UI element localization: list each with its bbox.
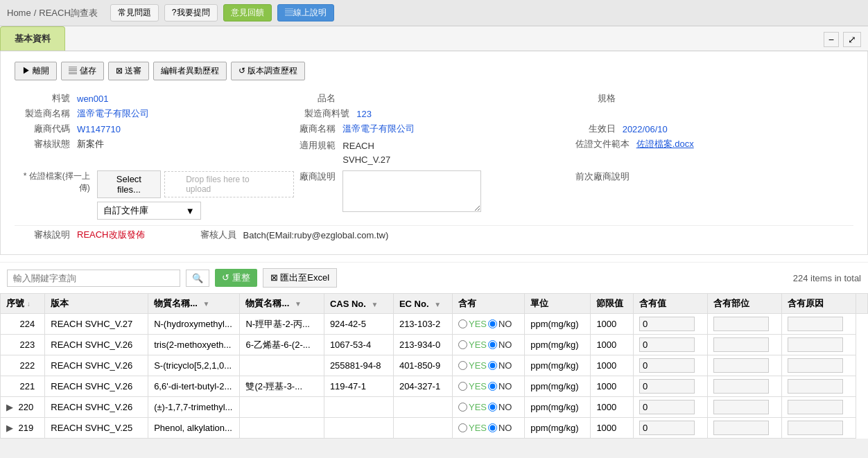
no-radio[interactable] [488, 361, 497, 370]
廠商代碼-label: 廠商代碼 [15, 123, 77, 135]
export-excel-button[interactable]: ⊠ 匯出至Excel [263, 268, 337, 288]
yes-radio[interactable] [458, 382, 467, 391]
select-files-button[interactable]: Select files... [97, 170, 162, 198]
custom-library-dropdown[interactable]: 自訂文件庫 ▼ [97, 202, 201, 220]
col-seq-label: 序號 [6, 298, 24, 308]
審核說明-label: 審核說明 [15, 229, 77, 241]
seq-sort-icon[interactable]: ↓ [27, 300, 31, 308]
amount-input[interactable] [639, 379, 695, 394]
cell-unit: ppm(mg/kg) [525, 397, 591, 418]
yes-label: YES [469, 360, 487, 371]
table-row: 223 REACH SVHC_V.26 tris(2-methoxyeth...… [1, 335, 868, 355]
cell-substance-zh [240, 397, 324, 418]
no-radio[interactable] [488, 340, 497, 349]
廠商說明-textarea[interactable] [342, 170, 481, 212]
leave-button[interactable]: ▶ 離開 [15, 62, 57, 80]
feedback-button[interactable]: 意見回饋 [223, 4, 272, 21]
reason-input[interactable] [788, 358, 843, 373]
version-history-button[interactable]: ↺ 版本調查歷程 [231, 62, 305, 80]
minimize-button[interactable]: − [824, 32, 839, 47]
submit-button[interactable]: ⊠ 送審 [108, 62, 149, 80]
custom-library-label: 自訂文件庫 [103, 204, 148, 217]
basic-info-tab[interactable]: 基本資料 [0, 26, 65, 51]
field-廠商名稱: 廠商名稱 溫帝電子有限公司 [294, 123, 573, 135]
no-label: NO [498, 319, 512, 329]
ec-filter-icon[interactable]: ▼ [434, 301, 441, 308]
yes-label: YES [469, 319, 487, 329]
cell-contains: YES NO [452, 376, 524, 397]
main-container: 基本資料 − ⤢ ▶ 離開 ▤ 儲存 ⊠ 送審 編輯者異動歷程 ↺ 版本調查歷程… [0, 26, 868, 439]
amount-input[interactable] [639, 358, 695, 373]
cas-filter-icon[interactable]: ▼ [372, 301, 379, 308]
yes-radio[interactable] [458, 403, 467, 412]
expand-icon[interactable]: ▶ [6, 402, 13, 412]
reason-input[interactable] [788, 317, 843, 331]
amount-input[interactable] [639, 421, 695, 435]
search-input[interactable] [7, 270, 180, 287]
maximize-button[interactable]: ⤢ [843, 32, 861, 47]
top-navigation: Home / REACH詢查表 常見問題 ?我要提問 意見回饋 ▤線上說明 [0, 0, 868, 26]
no-radio[interactable] [488, 319, 497, 328]
cell-contains: YES NO [452, 397, 524, 418]
drop-zone[interactable]: Drop files here to upload [164, 171, 294, 197]
cell-part [708, 418, 782, 439]
生效日-label: 生效日 [574, 123, 623, 135]
reason-input[interactable] [788, 421, 843, 435]
reason-input[interactable] [788, 379, 843, 394]
yes-radio[interactable] [458, 340, 467, 349]
cell-unit: ppm(mg/kg) [525, 376, 591, 397]
contains-radio-group: YES NO [458, 381, 519, 391]
part-input[interactable] [713, 421, 769, 435]
yes-radio[interactable] [458, 361, 467, 370]
part-input[interactable] [713, 337, 769, 352]
expand-icon[interactable]: ▶ [6, 423, 13, 433]
question-button[interactable]: ?我要提問 [164, 4, 218, 21]
amount-input[interactable] [639, 400, 695, 414]
yes-radio[interactable] [458, 423, 467, 432]
cell-seq: ▶ 219 [1, 418, 45, 439]
cell-reason [781, 314, 856, 335]
tab-bar: 基本資料 − ⤢ [0, 26, 868, 51]
no-label: NO [498, 360, 512, 371]
cell-amount [634, 418, 708, 439]
help-button[interactable]: ▤線上說明 [277, 4, 334, 21]
reset-button[interactable]: ↺ 重整 [215, 269, 257, 287]
reason-input[interactable] [788, 337, 843, 352]
table-row: 224 REACH SVHC_V.27 N-(hydroxymethyl... … [1, 314, 868, 335]
form-area: ▶ 離開 ▤ 儲存 ⊠ 送審 編輯者異動歷程 ↺ 版本調查歷程 料號 wen00… [0, 51, 868, 255]
edit-history-button[interactable]: 編輯者異動歷程 [153, 62, 227, 80]
規格-label: 規格 [574, 92, 623, 105]
search-icon-button[interactable]: 🔍 [186, 270, 209, 287]
faq-button[interactable]: 常見問題 [110, 4, 159, 21]
part-input[interactable] [713, 379, 769, 394]
no-radio[interactable] [488, 403, 497, 412]
contains-radio-group: YES NO [458, 360, 519, 371]
cell-seq: 223 [1, 335, 45, 355]
製造商名稱-label: 製造商名稱 [15, 107, 77, 120]
amount-input[interactable] [639, 317, 695, 331]
廠商說明-label: 廠商說明 [294, 170, 342, 183]
reason-input[interactable] [788, 400, 843, 414]
佐證文件-link[interactable]: 佐證檔案.docx [636, 138, 694, 150]
審核狀態-value: 新案件 [77, 138, 104, 150]
substance-zh-filter-icon[interactable]: ▼ [295, 300, 302, 308]
breadcrumb-separator: / [34, 8, 37, 18]
yes-radio[interactable] [458, 319, 467, 328]
save-button[interactable]: ▤ 儲存 [61, 62, 103, 80]
part-input[interactable] [713, 400, 769, 414]
no-radio[interactable] [488, 423, 497, 432]
part-input[interactable] [713, 358, 769, 373]
col-header-ec: EC No. ▼ [393, 294, 452, 314]
col-substance-zh-label: 物質名稱... [245, 298, 289, 308]
substance-en-filter-icon[interactable]: ▼ [203, 300, 210, 308]
part-input[interactable] [713, 317, 769, 331]
form-row-4: 審核狀態 新案件 適用規範 REACHSVHC_V.27 佐證文件範本 佐證檔案… [15, 136, 853, 168]
search-bar: 🔍 ↺ 重整 ⊠ 匯出至Excel 224 items in total [0, 263, 868, 293]
amount-input[interactable] [639, 337, 695, 352]
製造商料號-value: 123 [356, 109, 372, 119]
home-link[interactable]: Home [7, 8, 31, 18]
廠商代碼-value: W1147710 [77, 124, 121, 134]
cell-limit: 1000 [591, 397, 634, 418]
cell-ec: 401-850-9 [393, 355, 452, 376]
no-radio[interactable] [488, 382, 497, 391]
